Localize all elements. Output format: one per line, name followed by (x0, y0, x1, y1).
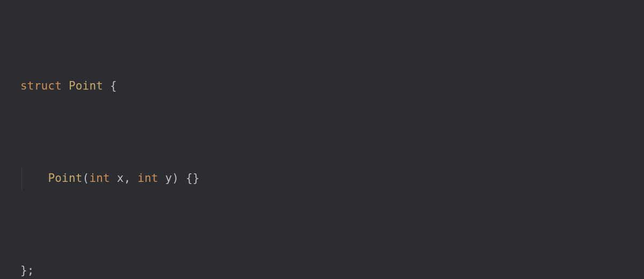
code-line[interactable]: struct Point { (0, 75, 644, 98)
comma: , (124, 172, 131, 185)
code-line[interactable]: Point(int x, int y) {} (0, 167, 644, 190)
keyword-struct: struct (20, 79, 62, 92)
keyword-int: int (89, 172, 110, 185)
paren-close: ) (172, 172, 179, 185)
code-editor[interactable]: struct Point { Point(int x, int y) {} };… (0, 0, 644, 279)
brace-open: { (110, 79, 117, 92)
brace-pair: {} (186, 172, 200, 185)
ctor-point: Point (48, 172, 82, 185)
semicolon: ; (27, 264, 34, 277)
param-x: x (117, 172, 124, 185)
param-y: y (165, 172, 172, 185)
keyword-int: int (137, 172, 158, 185)
brace-close: } (20, 264, 27, 277)
code-line[interactable]: }; (0, 259, 644, 279)
paren-open: ( (83, 172, 90, 185)
type-point: Point (69, 79, 103, 92)
